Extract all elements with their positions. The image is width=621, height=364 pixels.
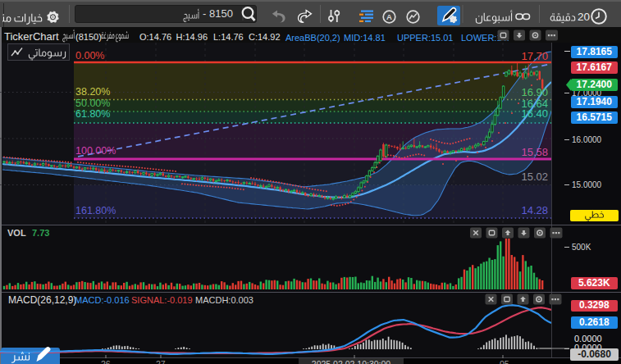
svg-text:A: A xyxy=(386,12,392,21)
